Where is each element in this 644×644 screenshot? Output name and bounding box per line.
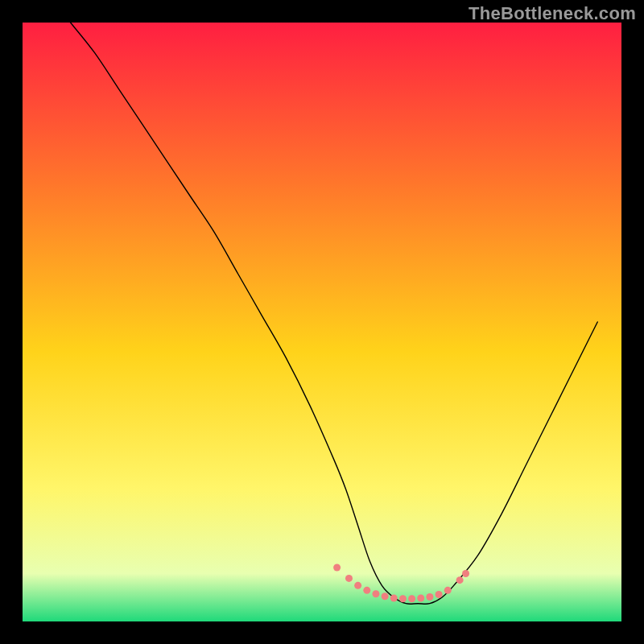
chart-root: TheBottleneck.com xyxy=(0,0,644,644)
highlight-dot xyxy=(345,575,353,582)
highlight-dot xyxy=(436,591,443,598)
highlight-dot xyxy=(354,582,361,589)
gradient-background xyxy=(23,23,621,621)
highlight-dot xyxy=(363,587,370,594)
watermark-label: TheBottleneck.com xyxy=(469,3,636,24)
highlight-dot xyxy=(426,593,433,601)
highlight-dot xyxy=(382,592,389,600)
highlight-dot xyxy=(456,576,464,584)
highlight-dot xyxy=(408,595,415,602)
highlight-dot xyxy=(417,594,424,601)
highlight-dot xyxy=(444,587,452,594)
highlight-dot xyxy=(372,590,379,597)
highlight-dot xyxy=(462,570,469,577)
highlight-dot xyxy=(333,564,341,572)
highlight-dot xyxy=(399,595,407,602)
highlight-dot xyxy=(390,594,398,601)
bottleneck-plot xyxy=(0,0,644,644)
